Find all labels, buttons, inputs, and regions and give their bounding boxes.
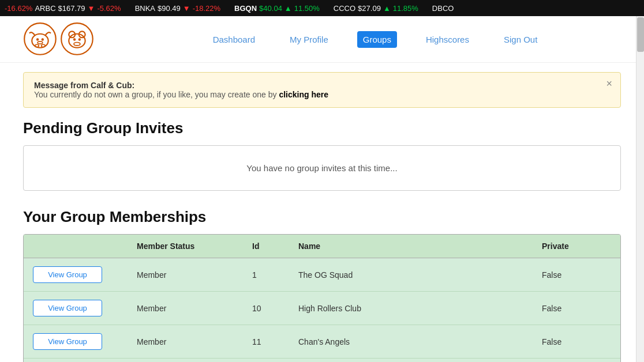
ticker-item-dbco: DBCO	[432, 4, 454, 13]
col-header-action	[33, 242, 137, 251]
ticker-arrow-bnka: ▼	[183, 4, 190, 13]
svg-point-11	[73, 38, 76, 40]
pending-invites-title: Pending Group Invites	[23, 119, 621, 137]
nav-link-sign-out[interactable]: Sign Out	[498, 31, 543, 48]
svg-point-0	[24, 23, 56, 55]
col-header-member-status: Member Status	[137, 242, 252, 251]
nav-link-my-profile[interactable]: My Profile	[284, 31, 334, 48]
ticker-price-bnka: $90.49	[158, 4, 181, 13]
view-group-button-2[interactable]: View Group	[33, 300, 102, 316]
banner: Message from Calf & Cub: You currently d…	[23, 72, 621, 108]
row2-status: Member	[137, 304, 252, 313]
ticker-arrow-arbc: ▼	[88, 4, 95, 13]
ticker-symbol-bgqn: BGQN	[234, 4, 257, 13]
svg-point-2	[35, 44, 39, 47]
ticker-item-bgqn: BGQN $40.04 ▲ 11.50%	[234, 4, 320, 13]
ticker-symbol-ccco: CCCO	[334, 4, 355, 13]
row1-name: The OG Squad	[298, 270, 542, 280]
nav-link-dashboard[interactable]: Dashboard	[207, 31, 261, 48]
ticker-price-bgqn: $40.04	[259, 4, 282, 13]
col-header-name: Name	[298, 242, 542, 251]
view-group-button-1[interactable]: View Group	[33, 266, 102, 283]
row3-status: Member	[137, 337, 252, 346]
row2-private: False	[542, 304, 611, 313]
row3-action: View Group	[33, 333, 137, 350]
nav-link-highscores[interactable]: Highscores	[420, 31, 475, 48]
svg-point-13	[74, 42, 80, 45]
page-content: Pending Group Invites You have no group …	[0, 119, 644, 362]
svg-point-3	[42, 44, 46, 47]
bull-icon	[23, 22, 58, 56]
ticker-bar: -16.62% ARBC $167.79 ▼ -5.62% BNKA $90.4…	[0, 0, 644, 16]
ticker-item-arbc: -16.62% ARBC $167.79 ▼ -5.62%	[5, 4, 121, 13]
banner-title: Message from Calf & Cub:	[34, 81, 134, 90]
ticker-symbol-arbc: ARBC	[35, 4, 55, 13]
col-header-id: Id	[252, 242, 298, 251]
ticker-change-ccco: 11.85%	[393, 4, 418, 13]
row1-id: 1	[252, 270, 298, 280]
row2-action: View Group	[33, 300, 137, 316]
ticker-symbol-bnka: BNKA	[135, 4, 155, 13]
svg-point-6	[38, 42, 43, 44]
ticker-item-bnka: BNKA $90.49 ▼ -18.22%	[135, 4, 220, 13]
row1-status: Member	[137, 270, 252, 280]
no-invites-box: You have no group invites at this time..…	[23, 145, 621, 191]
ticker-symbol-dbco: DBCO	[432, 4, 454, 13]
memberships-title: Your Group Memberships	[23, 208, 621, 226]
table-row: View Group Member 11 Chan's Angels False	[24, 325, 620, 359]
row3-id: 11	[252, 337, 298, 346]
svg-point-1	[32, 34, 48, 48]
ticker-change-bnka: -18.22%	[193, 4, 220, 13]
nav-link-groups[interactable]: Groups	[357, 31, 397, 48]
row2-name: High Rollers Club	[298, 304, 542, 313]
ticker-arrow-bgqn: ▲	[284, 4, 292, 13]
svg-point-7	[61, 23, 93, 55]
ticker-item-ccco: CCCO $27.09 ▲ 11.85%	[334, 4, 418, 13]
row1-private: False	[542, 270, 611, 280]
row2-id: 10	[252, 304, 298, 313]
bear-icon	[60, 22, 95, 56]
close-banner-button[interactable]: ×	[606, 78, 612, 89]
banner-link[interactable]: clicking here	[279, 90, 328, 99]
ticker-price-ccco: $27.09	[358, 4, 381, 13]
row1-action: View Group	[33, 266, 137, 283]
col-header-private: Private	[542, 242, 611, 251]
no-invites-message: You have no group invites at this time..…	[246, 163, 397, 173]
logo	[23, 22, 95, 56]
scrollbar-thumb[interactable]	[637, 17, 644, 52]
ticker-change-arbc: -16.62%	[5, 4, 32, 13]
banner-body: You currently do not own a group, if you…	[34, 90, 277, 99]
svg-point-5	[42, 38, 44, 40]
memberships-table: Member Status Id Name Private View Group…	[23, 234, 621, 362]
table-row: View Group Member with Rights 13 Hello W…	[24, 359, 620, 362]
table-row: View Group Member 1 The OG Squad False	[24, 258, 620, 292]
ticker-change-bgqn: 11.50%	[294, 4, 320, 13]
view-group-button-3[interactable]: View Group	[33, 333, 102, 350]
svg-point-12	[78, 38, 81, 40]
table-header: Member Status Id Name Private	[24, 235, 620, 258]
nav-links: Dashboard My Profile Groups Highscores S…	[129, 31, 621, 48]
ticker-change2-arbc: -5.62%	[97, 4, 121, 13]
row3-private: False	[542, 337, 611, 346]
navbar: Dashboard My Profile Groups Highscores S…	[0, 16, 644, 63]
svg-point-4	[36, 38, 39, 40]
row3-name: Chan's Angels	[298, 337, 542, 346]
ticker-arrow-ccco: ▲	[383, 4, 391, 13]
ticker-price-arbc: $167.79	[58, 4, 85, 13]
scrollbar-track[interactable]	[636, 16, 644, 362]
table-row: View Group Member 10 High Rollers Club F…	[24, 292, 620, 325]
